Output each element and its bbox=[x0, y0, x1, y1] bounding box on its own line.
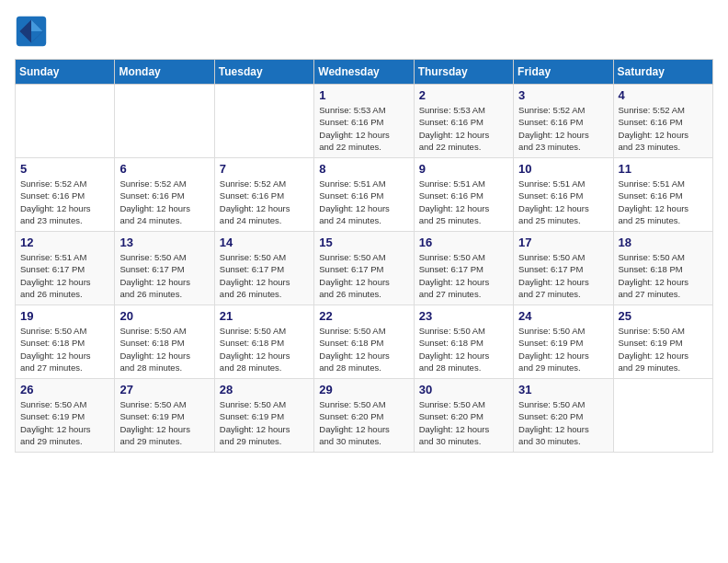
day-number: 19 bbox=[20, 309, 109, 323]
day-info: Sunrise: 5:52 AM Sunset: 6:16 PM Dayligh… bbox=[518, 104, 608, 153]
day-number: 25 bbox=[619, 309, 708, 323]
day-number: 2 bbox=[419, 88, 508, 102]
day-info: Sunrise: 5:50 AM Sunset: 6:17 PM Dayligh… bbox=[319, 251, 408, 300]
calendar-cell: 28Sunrise: 5:50 AM Sunset: 6:19 PM Dayli… bbox=[214, 379, 313, 453]
day-info: Sunrise: 5:50 AM Sunset: 6:18 PM Dayligh… bbox=[119, 325, 209, 373]
day-info: Sunrise: 5:52 AM Sunset: 6:16 PM Dayligh… bbox=[119, 178, 209, 226]
day-number: 22 bbox=[319, 309, 408, 323]
calendar-cell: 22Sunrise: 5:50 AM Sunset: 6:18 PM Dayli… bbox=[314, 305, 414, 379]
day-number: 15 bbox=[319, 236, 408, 249]
weekday-header-thursday: Thursday bbox=[414, 60, 513, 85]
calendar-cell: 27Sunrise: 5:50 AM Sunset: 6:19 PM Dayli… bbox=[115, 379, 214, 453]
day-number: 3 bbox=[518, 88, 608, 102]
day-number: 10 bbox=[518, 162, 608, 176]
calendar-cell: 1Sunrise: 5:53 AM Sunset: 6:16 PM Daylig… bbox=[314, 85, 414, 158]
calendar-cell: 19Sunrise: 5:50 AM Sunset: 6:18 PM Dayli… bbox=[16, 305, 115, 379]
calendar-week-3: 12Sunrise: 5:51 AM Sunset: 6:17 PM Dayli… bbox=[16, 232, 713, 305]
calendar-week-4: 19Sunrise: 5:50 AM Sunset: 6:18 PM Dayli… bbox=[16, 305, 713, 379]
day-info: Sunrise: 5:53 AM Sunset: 6:16 PM Dayligh… bbox=[319, 104, 408, 153]
day-info: Sunrise: 5:50 AM Sunset: 6:18 PM Dayligh… bbox=[20, 325, 109, 373]
day-info: Sunrise: 5:51 AM Sunset: 6:17 PM Dayligh… bbox=[20, 251, 109, 300]
day-number: 23 bbox=[419, 309, 508, 323]
day-number: 16 bbox=[419, 236, 508, 249]
calendar-cell bbox=[214, 85, 313, 158]
calendar-cell: 25Sunrise: 5:50 AM Sunset: 6:19 PM Dayli… bbox=[613, 305, 712, 379]
day-number: 29 bbox=[319, 383, 408, 396]
day-info: Sunrise: 5:50 AM Sunset: 6:17 PM Dayligh… bbox=[220, 251, 309, 300]
weekday-header-saturday: Saturday bbox=[613, 60, 712, 85]
day-info: Sunrise: 5:50 AM Sunset: 6:20 PM Dayligh… bbox=[319, 398, 408, 447]
calendar-cell: 30Sunrise: 5:50 AM Sunset: 6:20 PM Dayli… bbox=[414, 379, 513, 453]
calendar-cell: 13Sunrise: 5:50 AM Sunset: 6:17 PM Dayli… bbox=[115, 232, 214, 305]
day-number: 18 bbox=[619, 236, 708, 249]
calendar-table: SundayMondayTuesdayWednesdayThursdayFrid… bbox=[15, 59, 713, 453]
calendar-cell: 16Sunrise: 5:50 AM Sunset: 6:17 PM Dayli… bbox=[414, 232, 513, 305]
day-info: Sunrise: 5:52 AM Sunset: 6:16 PM Dayligh… bbox=[220, 178, 309, 226]
day-info: Sunrise: 5:50 AM Sunset: 6:17 PM Dayligh… bbox=[419, 251, 508, 300]
day-number: 6 bbox=[119, 162, 209, 176]
logo bbox=[15, 15, 51, 48]
day-info: Sunrise: 5:51 AM Sunset: 6:16 PM Dayligh… bbox=[319, 178, 408, 226]
day-number: 24 bbox=[518, 309, 608, 323]
day-number: 12 bbox=[20, 236, 109, 249]
calendar-cell bbox=[115, 85, 214, 158]
calendar-cell: 3Sunrise: 5:52 AM Sunset: 6:16 PM Daylig… bbox=[514, 85, 613, 158]
day-number: 14 bbox=[220, 236, 309, 249]
calendar-cell: 24Sunrise: 5:50 AM Sunset: 6:19 PM Dayli… bbox=[514, 305, 613, 379]
logo-icon bbox=[15, 15, 48, 48]
calendar-cell: 8Sunrise: 5:51 AM Sunset: 6:16 PM Daylig… bbox=[314, 158, 414, 232]
day-number: 4 bbox=[619, 88, 708, 102]
calendar-cell: 6Sunrise: 5:52 AM Sunset: 6:16 PM Daylig… bbox=[115, 158, 214, 232]
day-number: 11 bbox=[619, 162, 708, 176]
day-info: Sunrise: 5:50 AM Sunset: 6:18 PM Dayligh… bbox=[319, 325, 408, 373]
calendar-cell: 17Sunrise: 5:50 AM Sunset: 6:17 PM Dayli… bbox=[514, 232, 613, 305]
day-number: 5 bbox=[20, 162, 109, 176]
day-info: Sunrise: 5:52 AM Sunset: 6:16 PM Dayligh… bbox=[20, 178, 109, 226]
day-info: Sunrise: 5:50 AM Sunset: 6:17 PM Dayligh… bbox=[119, 251, 209, 300]
calendar-week-5: 26Sunrise: 5:50 AM Sunset: 6:19 PM Dayli… bbox=[16, 379, 713, 453]
day-number: 7 bbox=[220, 162, 309, 176]
weekday-header-monday: Monday bbox=[115, 60, 214, 85]
calendar-cell: 11Sunrise: 5:51 AM Sunset: 6:16 PM Dayli… bbox=[613, 158, 712, 232]
day-number: 13 bbox=[119, 236, 209, 249]
day-number: 1 bbox=[319, 88, 408, 102]
calendar-week-1: 1Sunrise: 5:53 AM Sunset: 6:16 PM Daylig… bbox=[16, 85, 713, 158]
calendar-cell bbox=[16, 85, 115, 158]
calendar-cell: 20Sunrise: 5:50 AM Sunset: 6:18 PM Dayli… bbox=[115, 305, 214, 379]
day-number: 20 bbox=[119, 309, 209, 323]
calendar-cell: 7Sunrise: 5:52 AM Sunset: 6:16 PM Daylig… bbox=[214, 158, 313, 232]
day-info: Sunrise: 5:50 AM Sunset: 6:20 PM Dayligh… bbox=[419, 398, 508, 447]
calendar-cell: 4Sunrise: 5:52 AM Sunset: 6:16 PM Daylig… bbox=[613, 85, 712, 158]
calendar-cell: 14Sunrise: 5:50 AM Sunset: 6:17 PM Dayli… bbox=[214, 232, 313, 305]
calendar-cell: 26Sunrise: 5:50 AM Sunset: 6:19 PM Dayli… bbox=[16, 379, 115, 453]
calendar-cell: 31Sunrise: 5:50 AM Sunset: 6:20 PM Dayli… bbox=[514, 379, 613, 453]
day-number: 21 bbox=[220, 309, 309, 323]
calendar-cell: 18Sunrise: 5:50 AM Sunset: 6:18 PM Dayli… bbox=[613, 232, 712, 305]
weekday-header-row: SundayMondayTuesdayWednesdayThursdayFrid… bbox=[16, 60, 713, 85]
day-info: Sunrise: 5:50 AM Sunset: 6:17 PM Dayligh… bbox=[518, 251, 608, 300]
day-info: Sunrise: 5:50 AM Sunset: 6:18 PM Dayligh… bbox=[619, 251, 708, 300]
day-number: 31 bbox=[518, 383, 608, 396]
day-info: Sunrise: 5:50 AM Sunset: 6:19 PM Dayligh… bbox=[20, 398, 109, 447]
day-number: 27 bbox=[119, 383, 209, 396]
calendar-cell: 5Sunrise: 5:52 AM Sunset: 6:16 PM Daylig… bbox=[16, 158, 115, 232]
calendar-cell: 10Sunrise: 5:51 AM Sunset: 6:16 PM Dayli… bbox=[514, 158, 613, 232]
day-info: Sunrise: 5:50 AM Sunset: 6:19 PM Dayligh… bbox=[518, 325, 608, 373]
day-number: 26 bbox=[20, 383, 109, 396]
calendar-cell: 29Sunrise: 5:50 AM Sunset: 6:20 PM Dayli… bbox=[314, 379, 414, 453]
weekday-header-tuesday: Tuesday bbox=[214, 60, 313, 85]
day-info: Sunrise: 5:51 AM Sunset: 6:16 PM Dayligh… bbox=[518, 178, 608, 226]
weekday-header-wednesday: Wednesday bbox=[314, 60, 414, 85]
day-info: Sunrise: 5:52 AM Sunset: 6:16 PM Dayligh… bbox=[619, 104, 708, 153]
calendar-cell: 12Sunrise: 5:51 AM Sunset: 6:17 PM Dayli… bbox=[16, 232, 115, 305]
day-number: 28 bbox=[220, 383, 309, 396]
day-info: Sunrise: 5:50 AM Sunset: 6:19 PM Dayligh… bbox=[119, 398, 209, 447]
day-info: Sunrise: 5:53 AM Sunset: 6:16 PM Dayligh… bbox=[419, 104, 508, 153]
page-header bbox=[15, 15, 713, 48]
calendar-cell: 2Sunrise: 5:53 AM Sunset: 6:16 PM Daylig… bbox=[414, 85, 513, 158]
day-number: 17 bbox=[518, 236, 608, 249]
day-info: Sunrise: 5:50 AM Sunset: 6:20 PM Dayligh… bbox=[518, 398, 608, 447]
calendar-cell: 15Sunrise: 5:50 AM Sunset: 6:17 PM Dayli… bbox=[314, 232, 414, 305]
calendar-cell: 21Sunrise: 5:50 AM Sunset: 6:18 PM Dayli… bbox=[214, 305, 313, 379]
calendar-cell bbox=[613, 379, 712, 453]
